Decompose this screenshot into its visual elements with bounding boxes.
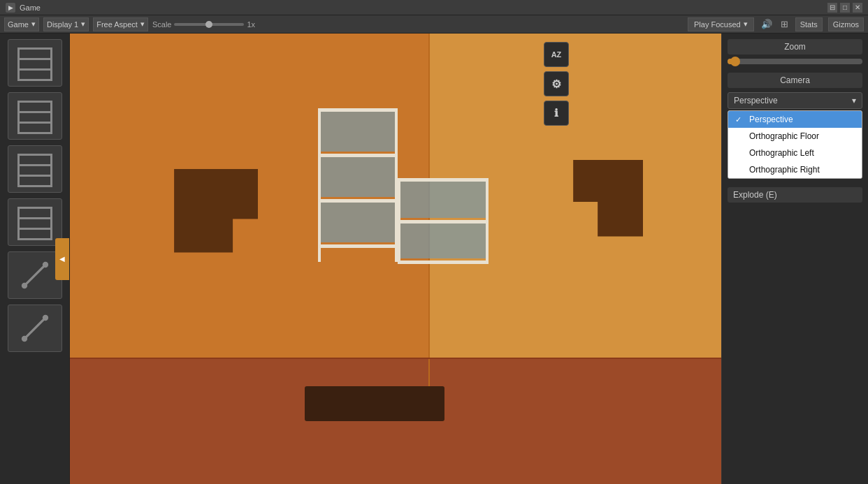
svg-rect-8: [17, 122, 52, 124]
close-button[interactable]: ✕: [853, 3, 862, 13]
title-bar-controls: ⊟ □ ✕: [827, 3, 862, 13]
shelf-svg: [311, 101, 493, 332]
camera-option-ortho-floor[interactable]: Orthographic Floor: [728, 128, 862, 145]
title-bar-title: Game: [20, 3, 41, 12]
grid-button[interactable]: ⊞: [779, 17, 790, 31]
az-button[interactable]: AZ: [544, 42, 569, 67]
maximize-button[interactable]: □: [840, 3, 850, 13]
overlay-buttons: AZ ⚙ ℹ: [544, 42, 569, 126]
svg-rect-42: [398, 220, 489, 223]
left-panel-item-6[interactable]: [8, 305, 62, 352]
game-dropdown-icon: ▾: [31, 20, 36, 29]
play-focused-button[interactable]: Play Focused ▾: [688, 17, 754, 31]
zoom-track[interactable]: [728, 59, 862, 64]
info-button[interactable]: ℹ: [544, 101, 569, 126]
camera-option-perspective[interactable]: ✓ Perspective: [728, 111, 862, 128]
svg-point-28: [21, 336, 27, 342]
camera-option-ortho-right[interactable]: Orthographic Right: [728, 161, 862, 178]
right-panel: Zoom Camera Perspective ▾ ✓ Perspective: [721, 34, 868, 484]
stats-button[interactable]: Stats: [795, 17, 823, 31]
camera-label: Camera: [728, 73, 862, 88]
play-focused-dropdown-icon: ▾: [744, 20, 748, 29]
camera-dropdown-chevron: ▾: [852, 96, 856, 105]
svg-rect-33: [318, 154, 398, 157]
shelf-unit: [311, 101, 493, 334]
play-focused-label: Play Focused: [694, 20, 741, 29]
svg-rect-17: [50, 154, 52, 187]
info-icon: ℹ: [554, 107, 558, 119]
camera-section: Camera Perspective ▾ ✓ Perspective Ortho…: [728, 73, 862, 179]
left-panel-item-3[interactable]: [8, 145, 62, 193]
svg-rect-15: [17, 185, 52, 187]
viewport[interactable]: AZ ⚙ ℹ: [70, 34, 721, 484]
svg-rect-18: [17, 207, 52, 209]
room-scene: [70, 34, 721, 484]
svg-rect-35: [318, 244, 398, 248]
gear-icon: ⚙: [551, 78, 561, 91]
svg-rect-32: [318, 108, 398, 112]
svg-rect-2: [17, 68, 52, 71]
display-select[interactable]: Display 1 ▾: [43, 17, 89, 31]
svg-rect-6: [17, 101, 52, 103]
game-select[interactable]: Game ▾: [4, 17, 39, 31]
svg-rect-10: [17, 101, 20, 134]
explode-section[interactable]: Explode (E): [728, 187, 862, 203]
svg-rect-11: [50, 101, 52, 134]
svg-rect-34: [318, 199, 398, 203]
zoom-thumb: [730, 57, 740, 66]
svg-rect-0: [17, 47, 52, 50]
scale-slider[interactable]: [174, 23, 244, 26]
ortho-left-option-label: Orthographic Left: [749, 148, 814, 158]
svg-rect-19: [17, 217, 52, 219]
floor: [70, 358, 721, 484]
left-panel-item-5[interactable]: [8, 251, 62, 299]
explode-label: Explode (E): [733, 190, 777, 200]
svg-rect-23: [50, 207, 52, 240]
svg-point-29: [42, 315, 48, 321]
svg-point-26: [42, 262, 48, 267]
svg-rect-30: [318, 108, 321, 262]
svg-rect-45: [400, 223, 486, 258]
toolbar-right: Play Focused ▾ 🔊 ⊞ Stats Gizmos: [688, 17, 864, 31]
left-panel-item-2[interactable]: [8, 92, 62, 140]
rug: [305, 386, 444, 421]
game-label: Game: [8, 20, 29, 29]
svg-rect-43: [398, 261, 489, 264]
zoom-section: Zoom: [728, 39, 862, 64]
svg-rect-44: [400, 182, 486, 218]
display-label: Display 1: [47, 20, 78, 29]
svg-rect-22: [17, 207, 20, 240]
left-panel-item-4[interactable]: [8, 198, 62, 246]
svg-rect-12: [17, 154, 52, 156]
shelf-preview-3: [14, 150, 56, 189]
aspect-select[interactable]: Free Aspect ▾: [93, 17, 148, 31]
minimize-button[interactable]: ⊟: [827, 3, 837, 13]
az-icon: AZ: [551, 50, 562, 59]
svg-rect-21: [17, 238, 52, 240]
main-content: AZ ⚙ ℹ Zoom Camera Perspective ▾: [0, 34, 868, 484]
gear-button[interactable]: ⚙: [544, 71, 569, 96]
svg-line-27: [23, 316, 46, 339]
left-panel-item-1[interactable]: [8, 39, 62, 87]
collapse-handle[interactable]: [55, 238, 69, 280]
camera-dropdown[interactable]: Perspective ▾: [728, 92, 862, 109]
scale-label: Scale: [152, 20, 172, 29]
svg-rect-20: [17, 228, 52, 230]
aspect-dropdown-icon: ▾: [140, 20, 145, 29]
zoom-label: Zoom: [728, 39, 862, 54]
ortho-right-option-label: Orthographic Right: [749, 165, 820, 175]
scale-value: 1x: [247, 20, 255, 29]
toolbar: Game ▾ Display 1 ▾ Free Aspect ▾ Scale 1…: [0, 15, 868, 34]
svg-point-25: [21, 283, 27, 288]
camera-option-ortho-left[interactable]: Orthographic Left: [728, 145, 862, 161]
bolt-preview-1: [17, 258, 52, 293]
shelf-preview-2: [14, 97, 56, 135]
svg-rect-13: [17, 164, 52, 166]
gizmos-button[interactable]: Gizmos: [828, 17, 864, 31]
shelf-preview-1: [14, 44, 56, 82]
audio-button[interactable]: 🔊: [760, 17, 774, 31]
perspective-check: ✓: [735, 115, 745, 124]
left-panel: [0, 34, 70, 484]
svg-rect-1: [17, 58, 52, 60]
svg-rect-37: [321, 157, 395, 197]
